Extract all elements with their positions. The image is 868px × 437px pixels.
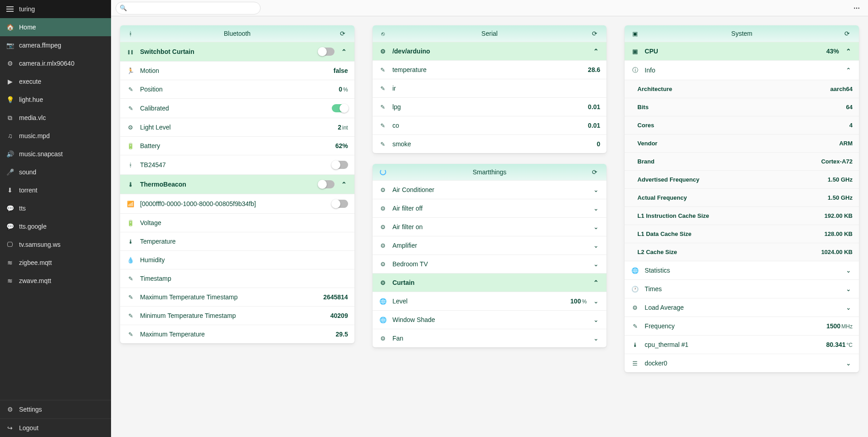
chevron-down-icon[interactable]: ⌄ bbox=[592, 316, 600, 323]
sidebar-item-media-vlc[interactable]: ⧉media.vlc bbox=[0, 109, 111, 127]
chat-icon: 💬 bbox=[6, 205, 14, 212]
row-curtain[interactable]: ⚙Curtain⌃ bbox=[373, 273, 607, 292]
sidebar-item-camera-ir-mlx90640[interactable]: ⚙camera.ir.mlx90640 bbox=[0, 54, 111, 72]
sidebar-item-camera-ffmpeg[interactable]: 📷camera.ffmpeg bbox=[0, 36, 111, 54]
row-value: 62% bbox=[335, 142, 348, 149]
pencil-icon: ✎ bbox=[379, 104, 387, 110]
search-icon: 🔍 bbox=[120, 5, 127, 11]
row-label: Amplifier bbox=[393, 242, 587, 249]
gear-icon: ⚙ bbox=[379, 224, 387, 231]
row-cpu[interactable]: ▣CPU43%⌃ bbox=[625, 42, 859, 60]
chevron-down-icon[interactable]: ⌄ bbox=[592, 223, 600, 231]
bt-icon: ᚼ bbox=[126, 30, 135, 37]
row-bedroom-tv[interactable]: ⚙Bedroom TV⌄ bbox=[373, 255, 607, 273]
sidebar-item-label: zigbee.mqtt bbox=[19, 259, 52, 266]
row-unit: °C bbox=[847, 342, 853, 348]
hamburger-icon[interactable] bbox=[6, 6, 14, 12]
row-air-filter-on[interactable]: ⚙Air filter on⌄ bbox=[373, 217, 607, 236]
row-docker0[interactable]: ☰docker0⌄ bbox=[625, 354, 859, 372]
search-input[interactable] bbox=[116, 2, 261, 14]
chevron-down-icon[interactable]: ⌄ bbox=[844, 304, 853, 311]
gear-icon: ⚙ bbox=[379, 279, 387, 286]
refresh-icon[interactable]: ⟳ bbox=[340, 30, 348, 37]
sidebar-item-Home[interactable]: 🏠Home bbox=[0, 18, 111, 36]
chevron-down-icon[interactable]: ⌄ bbox=[592, 260, 600, 268]
chevron-down-icon[interactable]: ⌄ bbox=[592, 298, 600, 305]
toggle[interactable] bbox=[318, 180, 335, 188]
refresh-icon[interactable]: ⟳ bbox=[592, 30, 600, 37]
pencil-icon: ✎ bbox=[126, 86, 135, 93]
row-tb24547[interactable]: ᚼTB24547 bbox=[120, 155, 354, 174]
chevron-icon[interactable]: ⌃ bbox=[340, 181, 348, 188]
row-l1-instruction-cache-size: L1 Instruction Cache Size192.00 KB bbox=[625, 206, 859, 225]
row-value: 100% bbox=[570, 298, 587, 305]
spinner-icon bbox=[379, 169, 387, 175]
row--0000fff0-0000-1000-8000-00805f9b34fb-[interactable]: 📶[0000fff0-0000-1000-8000-00805f9b34fb] bbox=[120, 194, 354, 213]
chevron-icon[interactable]: ⌃ bbox=[592, 48, 600, 55]
chevron-down-icon[interactable]: ⌄ bbox=[592, 335, 600, 342]
row-calibrated[interactable]: ✎Calibrated bbox=[120, 98, 354, 118]
chevron-down-icon[interactable]: ⌄ bbox=[592, 242, 600, 249]
toggle[interactable] bbox=[332, 200, 348, 208]
refresh-icon[interactable]: ⟳ bbox=[844, 30, 853, 37]
row-actual-frequency: Actual Frequency1.50 GHz bbox=[625, 188, 859, 206]
row-amplifier[interactable]: ⚙Amplifier⌄ bbox=[373, 236, 607, 255]
row-humidity: 💧Humidity bbox=[120, 250, 354, 269]
chevron-icon[interactable]: ⌃ bbox=[592, 279, 600, 286]
row-statistics[interactable]: 🌐Statistics⌄ bbox=[625, 261, 859, 279]
info-label: Actual Frequency bbox=[637, 194, 822, 201]
sidebar-footer-logout[interactable]: ↪Logout bbox=[0, 418, 111, 437]
row-level[interactable]: 🌐Level100%⌄ bbox=[373, 292, 607, 310]
row-voltage: 🔋Voltage bbox=[120, 213, 354, 232]
row-label: TB24547 bbox=[140, 161, 326, 168]
toggle[interactable] bbox=[332, 161, 348, 169]
sidebar-item-torrent[interactable]: ⬇torrent bbox=[0, 181, 111, 199]
row-minimum-temperature-timestamp: ✎Minimum Temperature Timestamp40209 bbox=[120, 306, 354, 325]
sidebar-item-label: tv.samsung.ws bbox=[19, 241, 61, 248]
row-fan[interactable]: ⚙Fan⌄ bbox=[373, 329, 607, 347]
info-icon: ⓘ bbox=[631, 66, 639, 74]
row-times[interactable]: 🕐Times⌄ bbox=[625, 279, 859, 298]
row-air-conditioner[interactable]: ⚙Air Conditioner⌄ bbox=[373, 180, 607, 199]
chevron-icon[interactable]: ⌃ bbox=[844, 67, 853, 74]
row-load-average[interactable]: ⚙Load Average⌄ bbox=[625, 298, 859, 317]
sidebar-item-tts[interactable]: 💬tts bbox=[0, 199, 111, 217]
chevron-icon[interactable]: ⌃ bbox=[340, 48, 348, 55]
row-maximum-temperature: ✎Maximum Temperature29.5 bbox=[120, 325, 354, 343]
card-header-system: ▣System⟳ bbox=[625, 25, 859, 42]
sidebar-item-zwave-mqtt[interactable]: ≋zwave.mqtt bbox=[0, 272, 111, 290]
chevron-down-icon[interactable]: ⌄ bbox=[844, 285, 853, 293]
toggle[interactable] bbox=[332, 104, 348, 112]
more-icon[interactable]: ⋯ bbox=[851, 5, 863, 12]
globe-icon: 🌐 bbox=[631, 267, 639, 274]
sidebar-item-music-snapcast[interactable]: 🔊music.snapcast bbox=[0, 145, 111, 163]
card-title: Bluetooth bbox=[135, 30, 340, 37]
toggle[interactable] bbox=[318, 48, 335, 56]
row-window-shade[interactable]: 🌐Window Shade⌄ bbox=[373, 310, 607, 329]
chevron-down-icon[interactable]: ⌄ bbox=[844, 360, 853, 367]
sidebar-footer-settings[interactable]: ⚙Settings bbox=[0, 400, 111, 418]
chevron-icon[interactable]: ⌃ bbox=[844, 48, 853, 55]
row-air-filter-off[interactable]: ⚙Air filter off⌄ bbox=[373, 199, 607, 217]
info-label: Advertised Frequency bbox=[637, 176, 822, 183]
row-value: 43% bbox=[826, 48, 839, 55]
chevron-down-icon[interactable]: ⌄ bbox=[844, 267, 853, 274]
chevron-down-icon[interactable]: ⌄ bbox=[592, 205, 600, 212]
chevron-down-icon[interactable]: ⌄ bbox=[592, 186, 600, 193]
usb-icon: ⎋ bbox=[379, 30, 387, 37]
sidebar-item-execute[interactable]: ▶execute bbox=[0, 72, 111, 91]
sidebar-item-light-hue[interactable]: 💡light.hue bbox=[0, 91, 111, 109]
sidebar-item-zigbee-mqtt[interactable]: ≋zigbee.mqtt bbox=[0, 254, 111, 272]
refresh-icon[interactable]: ⟳ bbox=[592, 168, 600, 176]
bt-icon: ᚼ bbox=[126, 162, 135, 168]
row--dev-arduino[interactable]: ⚙/dev/arduino⌃ bbox=[373, 42, 607, 60]
sidebar-item-music-mpd[interactable]: ♫music.mpd bbox=[0, 127, 111, 145]
sidebar-item-sound[interactable]: 🎤sound bbox=[0, 163, 111, 181]
sidebar-item-tv-samsung-ws[interactable]: 🖵tv.samsung.ws bbox=[0, 235, 111, 254]
row-switchbot-curtain[interactable]: ⫿⫿Switchbot Curtain⌃ bbox=[120, 42, 354, 61]
row-value: 0 bbox=[597, 140, 601, 148]
row-thermobeacon[interactable]: 🌡ThermoBeacon⌃ bbox=[120, 174, 354, 194]
sidebar-item-label: camera.ir.mlx90640 bbox=[19, 60, 74, 67]
row-info[interactable]: ⓘInfo⌃ bbox=[625, 60, 859, 80]
sidebar-item-tts-google[interactable]: 💬tts.google bbox=[0, 217, 111, 235]
